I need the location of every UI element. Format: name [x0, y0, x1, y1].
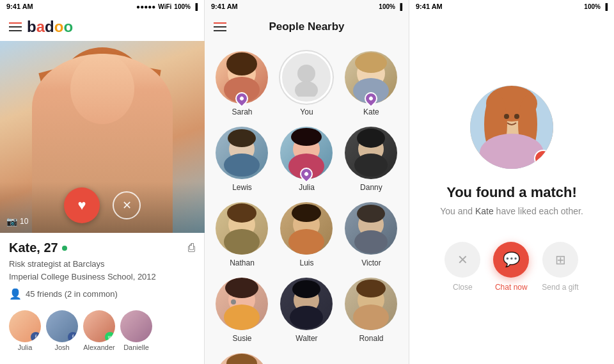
- svg-point-28: [225, 278, 258, 298]
- battery-icon-2: ▐: [398, 3, 402, 10]
- nearby-avatar-walter: [280, 278, 333, 330]
- friend-item[interactable]: f Julia: [9, 310, 41, 351]
- svg-point-4: [295, 81, 318, 97]
- friend-avatar-josh: f: [46, 310, 78, 342]
- nearby-item-luis[interactable]: Luis: [274, 197, 339, 273]
- action-buttons: ♥ ✕: [64, 187, 141, 223]
- nearby-avatar-danny: [345, 127, 397, 179]
- like-button[interactable]: ♥: [64, 187, 100, 223]
- match-avatar: ♥: [470, 86, 553, 169]
- svg-point-7: [355, 52, 387, 73]
- nearby-item-danny[interactable]: Danny: [339, 122, 404, 197]
- match-actions: ✕ Close 💬 Chat now ⊞ Send a gift: [445, 242, 578, 292]
- match-subtitle: You and Kate have liked each other.: [440, 206, 583, 216]
- svg-point-16: [357, 129, 385, 148]
- send-gift-label: Send a gift: [542, 283, 578, 292]
- nearby-avatar-nora: [216, 353, 268, 364]
- nearby-item-victor[interactable]: Victor: [339, 197, 404, 273]
- status-right-2: 100% ▐: [379, 3, 402, 10]
- skip-button[interactable]: ✕: [113, 191, 141, 219]
- nearby-title: People Nearby: [269, 20, 344, 33]
- panel-nearby: 9:41 AM 100% ▐ People Nearby Sarah: [205, 0, 409, 364]
- match-heart-badge: ♥: [534, 150, 552, 168]
- nearby-item-sarah[interactable]: Sarah: [210, 46, 274, 122]
- svg-point-34: [353, 305, 389, 330]
- nearby-avatar-julia: [280, 127, 333, 179]
- friend-item[interactable]: f Josh: [46, 310, 78, 351]
- svg-point-15: [354, 154, 388, 177]
- svg-point-24: [354, 230, 388, 253]
- friend-item[interactable]: Danielle: [120, 310, 152, 351]
- svg-point-35: [356, 280, 386, 297]
- svg-point-29: [231, 299, 236, 305]
- svg-point-21: [288, 229, 324, 255]
- nearby-avatar-nathan: [216, 202, 268, 255]
- share-icon[interactable]: ⎙: [188, 241, 195, 255]
- svg-point-9: [224, 154, 260, 177]
- chat-action[interactable]: 💬 Chat now: [493, 242, 529, 292]
- nearby-item-nora[interactable]: Nora: [210, 348, 274, 364]
- match-content: ♥ You found a match! You and Kate have l…: [409, 13, 614, 364]
- status-right-1: ●●●●● WiFi 100% ▐: [136, 3, 198, 10]
- svg-point-19: [227, 203, 256, 223]
- profile-details: Risk strategist at Barclays Imperial Col…: [9, 258, 195, 283]
- send-gift-button[interactable]: ⊞: [542, 242, 578, 278]
- status-wifi-1: WiFi: [158, 3, 171, 10]
- menu-icon-nearby[interactable]: [214, 22, 226, 31]
- badoo-logo: badoo: [27, 18, 73, 36]
- friend-item[interactable]: w Alexander: [83, 310, 115, 351]
- online-indicator: [62, 246, 67, 251]
- status-time-2: 9:41 AM: [211, 3, 238, 10]
- status-bar-1: 9:41 AM ●●●●● WiFi 100% ▐: [0, 0, 204, 13]
- svg-point-2: [226, 52, 257, 75]
- nearby-item-you[interactable]: You: [274, 46, 339, 122]
- nearby-item-susie[interactable]: Susie: [210, 273, 274, 348]
- svg-point-3: [297, 65, 315, 83]
- status-signal-1: ●●●●●: [136, 3, 155, 10]
- panel-profile: 9:41 AM ●●●●● WiFi 100% ▐ badoo 📷 10: [0, 0, 205, 364]
- status-battery-1: 100%: [174, 3, 191, 10]
- chat-now-label: Chat now: [495, 283, 528, 292]
- svg-point-46: [514, 114, 519, 119]
- friends-row: 👤 45 friends (2 in common): [9, 288, 195, 300]
- nearby-avatar-luis: [280, 202, 333, 255]
- nearby-avatar-susie: [216, 278, 268, 330]
- gift-action[interactable]: ⊞ Send a gift: [542, 242, 578, 292]
- friend-avatar-alexander: w: [83, 310, 115, 342]
- status-battery-3: 100%: [584, 3, 601, 10]
- svg-point-31: [290, 306, 323, 329]
- battery-icon-1: ▐: [193, 3, 198, 10]
- nearby-avatar-you: [280, 51, 333, 104]
- profile-photo[interactable]: 📷 10 ♥ ✕: [0, 41, 205, 233]
- close-action[interactable]: ✕ Close: [445, 242, 480, 292]
- nearby-item-ronald[interactable]: Ronald: [339, 273, 404, 348]
- nearby-avatar-lewis: [216, 127, 268, 179]
- nearby-item-nathan[interactable]: Nathan: [210, 197, 274, 273]
- header-bar-profile: badoo: [0, 13, 204, 41]
- status-bar-2: 9:41 AM 100% ▐: [205, 0, 409, 13]
- match-title: You found a match!: [446, 184, 577, 201]
- close-label: Close: [453, 283, 473, 292]
- hamburger-menu[interactable]: [9, 22, 22, 31]
- nearby-item-lewis[interactable]: Lewis: [210, 122, 274, 197]
- close-button[interactable]: ✕: [445, 242, 480, 278]
- heart-icon-badge: ♥: [540, 154, 546, 164]
- nearby-avatar: [216, 51, 268, 104]
- heart-icon: ♥: [77, 197, 86, 214]
- svg-point-27: [224, 305, 260, 330]
- friend-avatar-julia: f: [9, 310, 41, 342]
- svg-point-18: [224, 229, 260, 255]
- chat-now-button[interactable]: 💬: [493, 242, 529, 278]
- gift-icon: ⊞: [555, 252, 566, 267]
- nearby-item-walter[interactable]: Walter: [274, 273, 339, 348]
- svg-point-22: [292, 204, 321, 222]
- status-time-1: 9:41 AM: [6, 3, 33, 10]
- nearby-item-julia[interactable]: Julia: [274, 122, 339, 197]
- svg-point-32: [292, 280, 320, 298]
- chat-icon: 💬: [503, 251, 520, 268]
- nearby-item-kate[interactable]: Kate: [339, 46, 404, 122]
- panel-match: 9:41 AM 100% ▐ ♥: [409, 0, 614, 364]
- nearby-avatar-ronald: [345, 278, 397, 330]
- battery-icon-3: ▐: [603, 3, 608, 10]
- friends-icon: 👤: [9, 288, 22, 300]
